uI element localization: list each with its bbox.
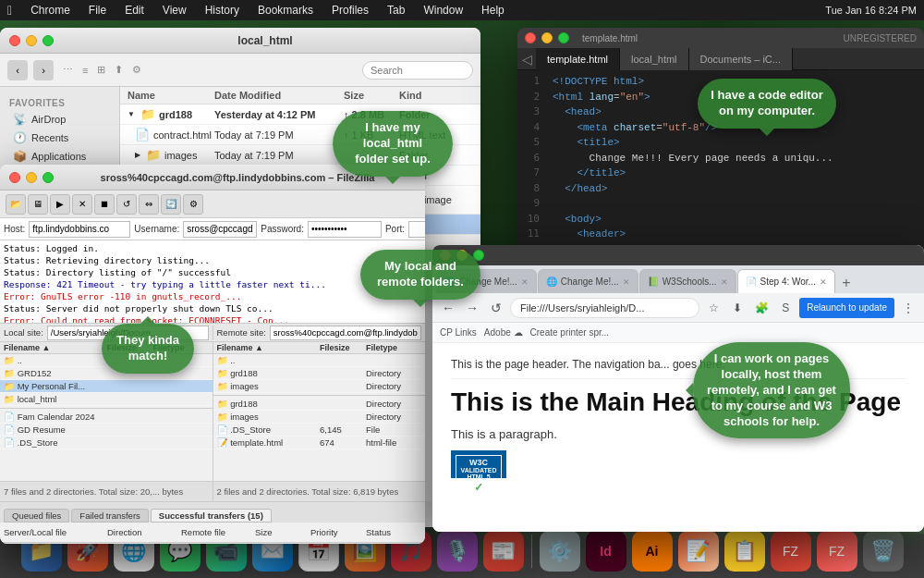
fz-stop-button[interactable]: ⏹ [94,194,115,215]
menu-chrome[interactable]: Chrome [27,4,74,17]
forward-nav-button[interactable]: → [462,298,482,318]
tab-close-1[interactable]: ✕ [623,277,630,287]
list-item[interactable]: 📁 grd188Directory [213,398,426,411]
successful-transfers-tab[interactable]: Successful transfers (15) [151,509,272,523]
dock-system-prefs[interactable]: ⚙️ [540,531,580,572]
new-tab-button[interactable]: + [836,273,857,293]
editor-maximize-button[interactable] [558,32,569,43]
list-item[interactable]: 📄 GD Resume [0,424,213,437]
editor-close-button[interactable] [525,32,536,43]
minimize-button[interactable] [26,35,37,46]
remote-path-input[interactable] [270,326,421,340]
apple-menu-icon[interactable]:  [7,3,12,18]
sidebar-item-applications[interactable]: 📦 Applications [4,147,116,166]
menu-view[interactable]: View [159,4,190,17]
menu-help[interactable]: Help [478,4,508,17]
fz-open-button[interactable]: 📂 [6,194,26,215]
list-item[interactable]: 📝 template.html674html-file [213,437,426,449]
list-item[interactable]: 📁 imagesDirectory [213,380,426,393]
bookmark-create-printer[interactable]: Create printer spr... [530,327,610,338]
back-nav-button[interactable]: ← [438,298,458,318]
list-item[interactable]: 📁 imagesDirectory [213,411,426,424]
browser-tab-2[interactable]: 📗 W3Schools... ✕ [639,269,736,293]
browser-tab-1[interactable]: 🌐 Change Me!... ✕ [538,269,638,293]
extensions-button[interactable]: 🧩 [751,298,772,318]
editor-tab-local-html[interactable]: local_html [620,48,689,70]
password-input[interactable] [308,221,382,238]
editor-tab-documents[interactable]: Documents – iC... [689,48,793,70]
menu-window[interactable]: Window [419,4,467,17]
list-item[interactable]: 📄 .DS_Store [0,437,213,449]
fz-reconnect-button[interactable]: ↺ [116,194,137,215]
browser-tab-3[interactable]: 📄 Step 4: Wor... ✕ [737,269,835,293]
fz-filter-button[interactable]: ⚙ [183,194,203,215]
action-icon[interactable]: ⚙ [132,64,141,76]
fz-close-button[interactable] [9,172,20,183]
view-icon[interactable]: ⊞ [97,64,105,76]
username-label: Username: [134,224,179,234]
list-item[interactable]: 📁 local_html [0,393,213,406]
menu-tab[interactable]: Tab [383,4,408,17]
failed-transfers-tab[interactable]: Failed transfers [71,509,148,523]
remote-file-list: 📁 .. 📁 grd188Directory 📁 imagesDirectory… [213,354,426,481]
reload-button[interactable]: ↺ [486,298,506,318]
maximize-button[interactable] [43,35,54,46]
tab-close-2[interactable]: ✕ [721,277,728,287]
dock-filezilla[interactable]: FZ [771,531,811,572]
host-input[interactable] [29,221,130,238]
dock-filezilla-2[interactable]: FZ [817,531,857,572]
url-bar[interactable] [510,298,699,318]
list-item[interactable]: 📁 .. [213,354,426,367]
bookmark-adobe[interactable]: Adobe ☁ [484,327,523,338]
sidebar-item-recents[interactable]: 🕐 Recents [4,129,116,147]
list-item[interactable]: 📄 .DS_Store6,145File [213,424,426,437]
menu-edit[interactable]: Edit [121,4,148,17]
fz-cancel-button[interactable]: ✕ [72,194,92,215]
menu-file[interactable]: File [85,4,110,17]
fz-maximize-button[interactable] [43,172,54,183]
dock-notes[interactable]: 📋 [724,531,765,572]
profile-button[interactable]: S [775,298,796,318]
dock-sublime[interactable]: 📝 [678,531,719,572]
menu-bookmarks[interactable]: Bookmarks [254,4,317,17]
dock-trash[interactable]: 🗑️ [863,531,904,572]
editor-minimize-button[interactable] [541,32,553,43]
menu-profiles[interactable]: Profiles [328,4,372,17]
queued-files-tab[interactable]: Queued files [4,509,69,523]
forward-button[interactable]: › [33,60,54,80]
fz-comparedir-button[interactable]: ⇔ [139,194,159,215]
dock-news[interactable]: 📰 [483,531,524,572]
finder-search-input[interactable] [362,61,473,80]
dock-podcasts[interactable]: 🎙️ [437,531,478,572]
bookmark-star-button[interactable]: ☆ [703,298,723,318]
back-button[interactable]: ‹ [7,60,28,80]
relaunch-update-button[interactable]: Relaunch to update [799,298,894,318]
downloads-button[interactable]: ⬇ [727,298,748,318]
sidebar-item-airdrop[interactable]: 📡 AirDrop [4,110,116,129]
list-item[interactable]: 📁 My Personal Fil... [0,380,213,393]
fz-site-manager-button[interactable]: 🖥 [28,194,48,215]
port-input[interactable] [408,221,425,238]
sort-icon[interactable]: ≡ [82,65,88,76]
fz-minimize-button[interactable] [26,172,37,183]
list-item[interactable]: 📄 Fam Calendar 2024 [0,411,213,424]
share-icon[interactable]: ⬆ [115,64,123,76]
editor-tab-template[interactable]: template.html [536,48,620,70]
fz-sync-button[interactable]: 🔄 [161,194,181,215]
dock-illustrator[interactable]: Ai [632,531,673,572]
w3c-badge-text: W3C VALIDATEDHTML 5 ✓ [456,455,502,497]
dock-indesign[interactable]: Id [586,531,626,572]
editor-sidebar-toggle[interactable]: ◁ [517,50,536,68]
close-button[interactable] [9,35,20,46]
menu-history[interactable]: History [201,4,243,17]
tab-close-0[interactable]: ✕ [521,277,529,287]
username-input[interactable] [183,221,257,238]
bottom-tabs-bar: Queued files Failed transfers Successful… [0,502,425,523]
fz-process-queue-button[interactable]: ▶ [50,194,70,215]
tab-close-3[interactable]: ✕ [820,277,827,287]
annotation-bubble-1: I have my local_html folder set up. [333,111,453,177]
more-options-button[interactable]: ⋮ [898,298,918,318]
password-label: Password: [261,224,304,234]
list-item[interactable]: 📁 grd188Directory [213,367,426,380]
bookmark-cp-links[interactable]: CP Links [440,327,477,338]
